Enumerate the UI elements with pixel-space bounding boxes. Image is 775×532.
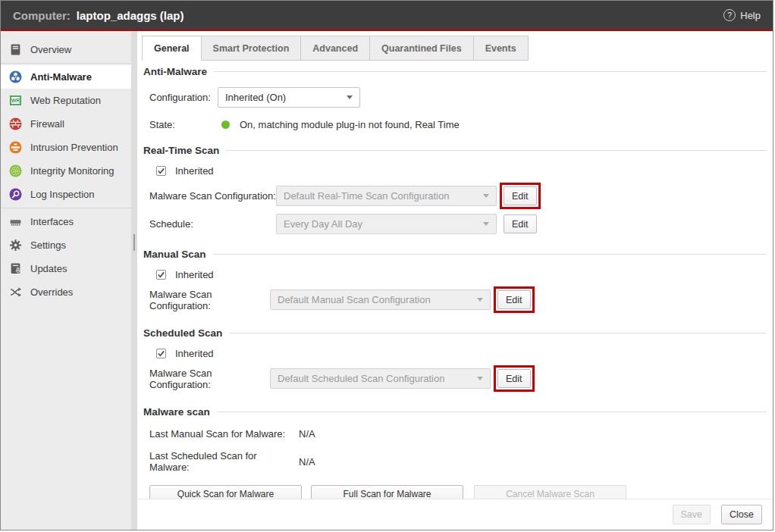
schedule-row: Schedule: Every Day All Day Edit [143,214,767,234]
chevron-down-icon [477,377,483,380]
cancel-malware-scan-button: Cancel Malware Scan [474,485,626,499]
sidebar-item-label: Log Inspection [30,189,95,200]
chevron-down-icon [477,298,483,302]
configuration-select[interactable]: Inherited (On) [218,87,360,108]
section-real-time-scan-title: Real-Time Scan [143,145,767,156]
real-time-edit-button[interactable]: Edit [504,186,537,205]
content-pane: General Smart Protection Advanced Quaran… [137,31,773,530]
sidebar-item-log-inspection[interactable]: Log Inspection [1,183,131,206]
scheduled-malware-scan-config-select: Default Scheduled Scan Configuration [270,368,491,389]
scheduled-inherited-checkbox[interactable] [156,349,166,358]
section-manual-scan-title: Manual Scan [143,249,767,260]
sidebar-item-label: Settings [30,239,66,251]
sidebar-item-overview[interactable]: Overview [1,38,131,61]
sidebar-item-overrides[interactable]: Overrides [1,280,131,304]
real-time-malware-scan-config-select: Default Real-Time Scan Configuration [276,186,497,206]
sidebar-item-label: Interfaces [30,216,74,227]
splitter-grip-icon [133,234,135,251]
red-highlight-annotation: Edit [500,183,541,209]
sidebar-item-label: Intrusion Prevention [30,142,118,153]
red-highlight-annotation: Edit [494,286,535,313]
section-rule [229,333,767,333]
state-label: State: [149,119,218,130]
sidebar-item-anti-malware[interactable]: Anti-Malware [1,65,131,89]
sidebar-divider [1,208,131,208]
last-scheduled-scan-row: Last Scheduled Scan for Malware: N/A [143,450,767,473]
section-rule [226,150,767,151]
close-button[interactable]: Close [721,505,762,524]
help-icon: ? [723,9,736,21]
full-scan-button[interactable]: Full Scan for Malware [311,485,463,499]
overrides-shuffle-icon [9,286,22,299]
sidebar-item-label: Integrity Monitoring [30,165,115,177]
updates-icon [9,262,22,275]
help-label: Help [740,10,761,21]
sidebar-item-label: Firewall [30,118,64,130]
manual-inherited-checkbox[interactable] [156,270,166,280]
section-rule [217,412,767,412]
state-row: State: On, matching module plug-in not f… [143,119,767,130]
anti-malware-icon [9,70,22,83]
sidebar-item-firewall[interactable]: Firewall [1,112,131,136]
real-time-inherited-checkbox[interactable] [156,166,166,176]
sidebar-item-integrity-monitoring[interactable]: Integrity Monitoring [1,159,131,183]
section-anti-malware-title: Anti-Malware [143,66,767,77]
general-tab-panel: Anti-Malware Configuration: Inherited (O… [137,61,773,499]
scheduled-malware-scan-config-row: Malware Scan Configuration: Default Sche… [143,365,767,392]
computer-details-window: Computer: laptop_adaggs (lap) ? Help Ove… [0,0,773,530]
sidebar-item-intrusion-prevention[interactable]: Intrusion Prevention [1,136,131,159]
tab-quarantined-files[interactable]: Quarantined Files [370,36,474,61]
inherited-label: Inherited [175,269,214,280]
state-text: On, matching module plug-in not found, R… [240,119,460,130]
schedule-edit-button[interactable]: Edit [504,214,537,233]
sidebar-splitter[interactable] [131,31,137,530]
tab-smart-protection[interactable]: Smart Protection [202,36,302,61]
section-scheduled-scan-title: Scheduled Scan [143,327,767,339]
sidebar-item-interfaces[interactable]: Interfaces [1,210,131,233]
section-malware-scan-title: Malware scan [143,406,767,418]
tab-general[interactable]: General [142,36,202,61]
schedule-select: Every Day All Day [276,214,497,234]
section-rule [213,254,767,255]
integrity-monitoring-icon [9,164,22,177]
chevron-down-icon [483,194,489,198]
quick-scan-button[interactable]: Quick Scan for Malware [149,485,302,499]
last-scheduled-scan-label: Last Scheduled Scan for Malware: [149,450,299,473]
scan-buttons-row: Quick Scan for Malware Full Scan for Mal… [143,485,767,499]
sidebar-item-label: Anti-Malware [30,71,92,83]
last-scheduled-scan-value: N/A [299,456,315,468]
manual-malware-scan-config-row: Malware Scan Configuration: Default Manu… [143,286,767,313]
web-reputation-icon: WR [9,94,22,107]
tab-events[interactable]: Events [474,36,529,61]
tab-advanced[interactable]: Advanced [301,36,370,61]
help-link[interactable]: ? Help [723,9,761,21]
settings-gear-icon [9,239,22,252]
sidebar-item-settings[interactable]: Settings [1,233,131,257]
real-time-malware-scan-config-row: Malware Scan Configuration: Default Real… [143,183,767,209]
sidebar-item-web-reputation[interactable]: WR Web Reputation [1,89,131,112]
sidebar: Overview Anti-Malware WR Web Reputation … [1,31,131,530]
configuration-select-value: Inherited (On) [225,92,286,103]
tab-bar: General Smart Protection Advanced Quaran… [137,36,773,61]
malware-scan-config-label: Malware Scan Configuration: [149,368,270,390]
chevron-down-icon [483,222,489,226]
sidebar-item-label: Updates [30,263,67,274]
sidebar-item-updates[interactable]: Updates [1,257,131,280]
state-on-indicator-icon [221,120,230,129]
computer-name: laptop_adaggs (lap) [77,9,184,22]
sidebar-divider [1,63,131,64]
scheduled-edit-button[interactable]: Edit [497,369,531,388]
last-manual-scan-value: N/A [299,428,315,440]
manual-malware-scan-config-select: Default Manual Scan Configuration [270,289,491,310]
sidebar-item-label: Overview [30,44,71,55]
sidebar-item-label: Web Reputation [30,95,101,106]
inherited-label: Inherited [175,348,214,359]
interfaces-icon [9,215,22,228]
firewall-icon [9,117,22,130]
page-title: Computer: laptop_adaggs (lap) [13,9,184,22]
malware-scan-config-label: Malware Scan Configuration: [149,190,276,202]
overview-icon [9,43,22,56]
schedule-label: Schedule: [149,218,276,230]
manual-edit-button[interactable]: Edit [497,290,531,309]
inherited-label: Inherited [175,165,214,177]
